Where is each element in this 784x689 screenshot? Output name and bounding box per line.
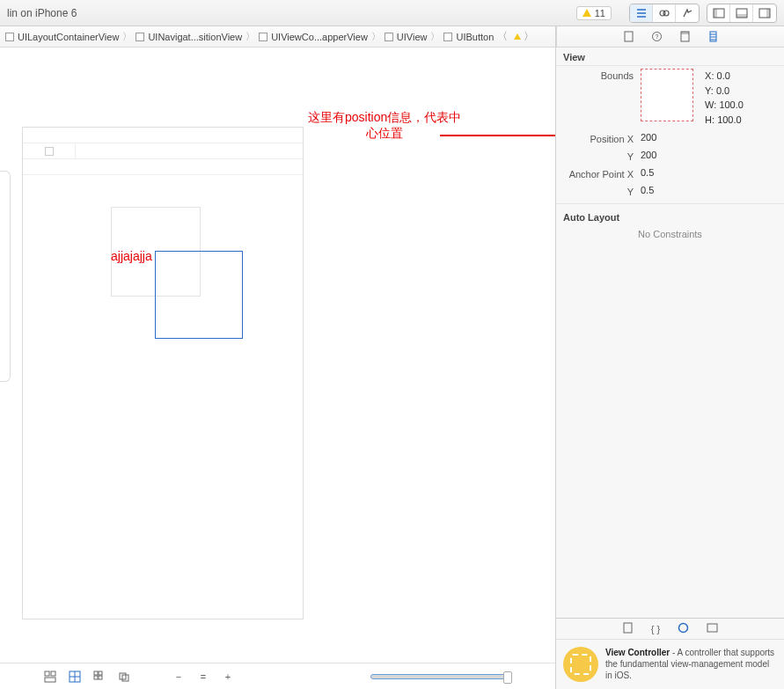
next-arrow[interactable]: 〉 bbox=[522, 29, 536, 44]
stack-icon[interactable] bbox=[118, 671, 130, 683]
view-controller-icon bbox=[563, 647, 598, 682]
library-item-text: View Controller - A controller that supp… bbox=[605, 647, 777, 682]
bounds-x: 0.0 bbox=[717, 70, 730, 81]
anchor-y[interactable]: 0.5 bbox=[641, 185, 777, 195]
breadcrumb: UILayoutContainerView 〉 UINavigat...siti… bbox=[0, 26, 555, 48]
identity-inspector-tab[interactable] bbox=[679, 31, 692, 43]
version-editor-button[interactable] bbox=[676, 4, 699, 22]
position-x[interactable]: 200 bbox=[641, 132, 777, 143]
warning-icon bbox=[583, 9, 591, 17]
zoom-in-icon[interactable]: + bbox=[222, 671, 234, 683]
view-icon bbox=[5, 33, 14, 41]
size-inspector-tab[interactable] bbox=[707, 31, 720, 43]
bounds-y: 0.0 bbox=[716, 85, 729, 96]
svg-rect-36 bbox=[707, 624, 717, 632]
breadcrumb-item[interactable]: UIViewCo...apperView bbox=[257, 32, 370, 42]
svg-rect-10 bbox=[766, 9, 770, 18]
annotation-text: 这里有position信息，代表中 心位置 bbox=[308, 109, 461, 141]
auto-layout-title: Auto Layout bbox=[556, 208, 784, 225]
right-panel-button[interactable] bbox=[753, 4, 776, 22]
inspector-tabs: ? bbox=[556, 26, 784, 48]
library-item[interactable]: View Controller - A controller that supp… bbox=[556, 640, 784, 689]
inspector-body: View Bounds X: 0.0 Y: 0.0 W: 100.0 H: 10… bbox=[556, 48, 784, 618]
svg-rect-29 bbox=[681, 32, 689, 34]
library-tabs: { } bbox=[556, 619, 784, 640]
code-snippet-tab[interactable]: { } bbox=[651, 624, 660, 634]
svg-rect-34 bbox=[624, 623, 632, 633]
view-icon bbox=[443, 33, 452, 41]
svg-rect-14 bbox=[51, 671, 55, 676]
svg-rect-20 bbox=[99, 671, 102, 675]
svg-rect-15 bbox=[45, 678, 55, 682]
position-x-label: Position X bbox=[563, 132, 641, 144]
anchor-y-label: Y bbox=[563, 185, 641, 197]
anchor-x[interactable]: 0.5 bbox=[641, 167, 777, 178]
breadcrumb-item[interactable]: UINavigat...sitionView bbox=[134, 32, 244, 42]
grid-icon[interactable] bbox=[93, 671, 106, 683]
annotation-arrow bbox=[440, 118, 555, 153]
bounds-w: 100.0 bbox=[719, 99, 744, 110]
no-constraints: No Constraints bbox=[556, 225, 784, 243]
bounds-h: 100.0 bbox=[717, 114, 742, 125]
zoom-slider[interactable] bbox=[370, 674, 511, 679]
prev-arrow[interactable]: 〈 bbox=[495, 29, 509, 44]
object-library-tab[interactable] bbox=[678, 622, 689, 635]
warning-count: 11 bbox=[595, 8, 605, 18]
bottom-panel-button[interactable] bbox=[730, 4, 753, 22]
editor-mode-group bbox=[629, 4, 700, 23]
phone-view[interactable]: ajjajajja bbox=[22, 127, 304, 619]
left-panel-button[interactable] bbox=[707, 4, 730, 22]
button-label[interactable]: ajjajajja bbox=[111, 249, 152, 263]
bounds-label: Bounds bbox=[563, 69, 641, 81]
canvas-bottom-bar: − = + bbox=[0, 663, 555, 689]
svg-rect-6 bbox=[714, 9, 717, 18]
chevron-right-icon: 〉 bbox=[122, 30, 132, 43]
svg-rect-19 bbox=[94, 671, 98, 675]
svg-point-4 bbox=[663, 11, 669, 16]
svg-rect-21 bbox=[94, 676, 98, 679]
section-title: View bbox=[556, 48, 784, 66]
svg-point-35 bbox=[679, 624, 688, 633]
breadcrumb-item[interactable]: UIView bbox=[383, 32, 429, 42]
file-template-tab[interactable] bbox=[622, 622, 634, 635]
svg-text:?: ? bbox=[656, 33, 659, 40]
zoom-fit-icon[interactable]: = bbox=[197, 671, 209, 683]
zoom-out-icon[interactable]: − bbox=[172, 671, 185, 683]
file-inspector-tab[interactable] bbox=[623, 31, 635, 43]
warning-icon bbox=[514, 33, 521, 40]
canvas[interactable]: ajjajajja 这里有position信息，代表中 心位置 bbox=[0, 48, 555, 663]
chevron-right-icon: 〉 bbox=[371, 30, 381, 43]
issues-badge[interactable]: 11 bbox=[576, 6, 612, 20]
breadcrumb-item[interactable]: UIButton bbox=[442, 32, 495, 42]
any-any-icon[interactable] bbox=[69, 671, 81, 683]
view-icon bbox=[385, 33, 393, 41]
svg-rect-13 bbox=[45, 671, 49, 676]
view-icon bbox=[136, 33, 144, 41]
svg-rect-8 bbox=[736, 14, 747, 18]
panel-toggle-group bbox=[707, 4, 777, 23]
selected-view[interactable] bbox=[155, 251, 243, 339]
svg-rect-25 bbox=[625, 32, 633, 41]
chevron-right-icon: 〉 bbox=[245, 30, 255, 43]
chevron-right-icon: 〉 bbox=[430, 30, 440, 43]
standard-editor-button[interactable] bbox=[630, 4, 653, 22]
quick-help-tab[interactable]: ? bbox=[651, 31, 663, 43]
outline-handle[interactable] bbox=[0, 171, 11, 382]
anchor-x-label: Anchor Point X bbox=[563, 167, 641, 180]
position-y-label: Y bbox=[563, 150, 641, 162]
scheme-title: lin on iPhone 6 bbox=[7, 7, 77, 19]
bounds-preview[interactable] bbox=[641, 69, 693, 121]
view-icon bbox=[259, 33, 267, 41]
assistant-editor-button[interactable] bbox=[653, 4, 676, 22]
layout-icon[interactable] bbox=[44, 671, 56, 683]
breadcrumb-item[interactable]: UILayoutContainerView bbox=[4, 32, 121, 42]
svg-rect-22 bbox=[99, 676, 102, 679]
media-library-tab[interactable] bbox=[707, 622, 718, 635]
position-y[interactable]: 200 bbox=[641, 150, 777, 160]
